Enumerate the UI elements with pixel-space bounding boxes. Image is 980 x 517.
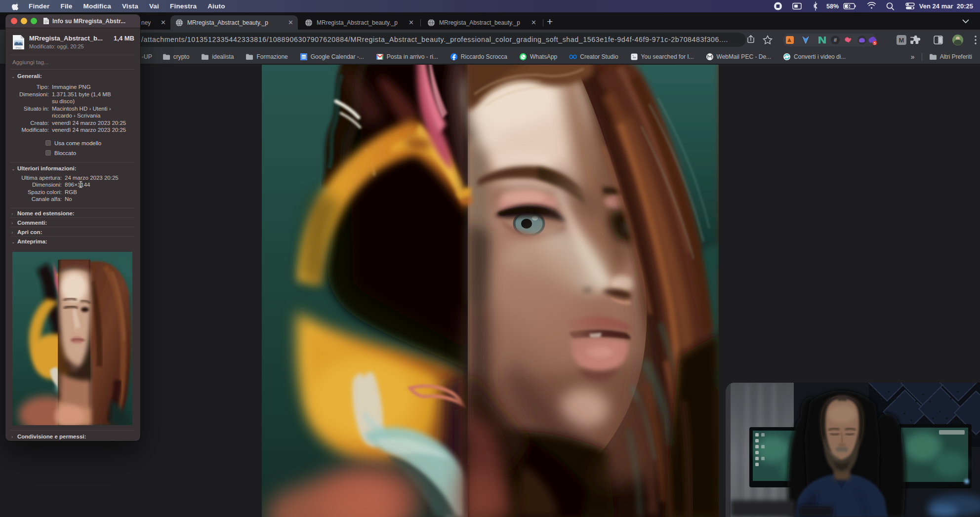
svg-text:M: M (899, 37, 904, 44)
svg-text:#: # (834, 37, 837, 43)
svg-text:58%: 58% (826, 3, 839, 10)
svg-text:31: 31 (302, 55, 306, 59)
svg-text:PNG: PNG (16, 46, 22, 49)
svg-text:5: 5 (874, 41, 876, 45)
